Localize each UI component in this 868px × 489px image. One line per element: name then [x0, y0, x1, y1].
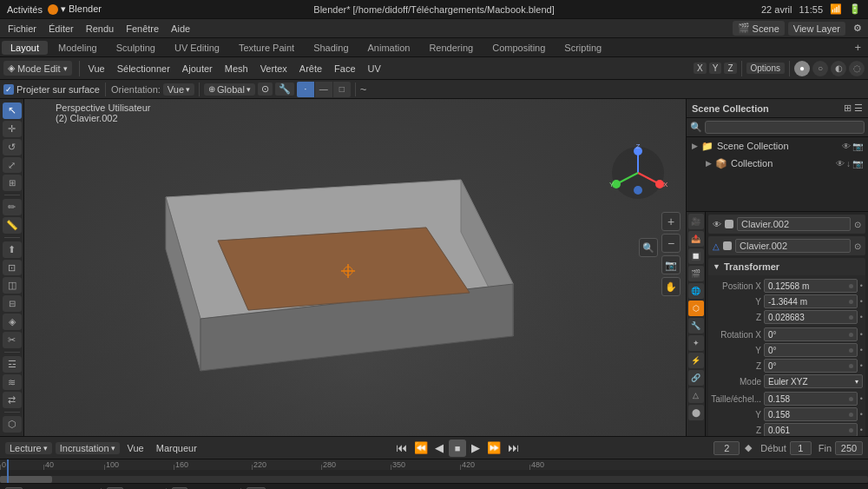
- orientation-dropdown[interactable]: Vue ▾: [163, 83, 194, 96]
- z-axis-toggle[interactable]: Z: [724, 63, 736, 74]
- outliner-item-scene-collection[interactable]: ▶ 📁 Scene Collection 👁 📷: [687, 137, 868, 155]
- object-active-icon[interactable]: [725, 220, 733, 228]
- x-ray-toggle[interactable]: X: [694, 63, 707, 74]
- playback-prev-frame[interactable]: ⏪: [412, 441, 430, 454]
- mode-dropdown[interactable]: ◈ Mode Edit ▾: [3, 61, 72, 76]
- add-workspace-btn[interactable]: +: [849, 39, 866, 56]
- props-tab-constraints[interactable]: 🔗: [688, 370, 704, 386]
- tab-modeling[interactable]: Modeling: [49, 41, 106, 55]
- nav-mesh[interactable]: Mesh: [220, 62, 253, 76]
- tab-shading[interactable]: Shading: [305, 41, 357, 55]
- position-z-field[interactable]: 0.028683: [764, 310, 858, 324]
- tool-cursor[interactable]: ↖: [3, 102, 22, 119]
- pos-x-lock-icon[interactable]: •: [860, 281, 863, 290]
- tool-scale[interactable]: ⤢: [3, 157, 22, 174]
- scene-collection-visibility[interactable]: 👁: [842, 142, 851, 151]
- tool-knife[interactable]: ✂: [3, 332, 22, 348]
- object-data-name[interactable]: Clavier.002: [735, 239, 851, 253]
- nav-selectionner[interactable]: Sélectionner: [112, 62, 175, 76]
- tool-inset[interactable]: ⊡: [3, 260, 22, 276]
- props-tab-object[interactable]: ⬡: [688, 301, 704, 316]
- tab-uv-editing[interactable]: UV Editing: [166, 41, 228, 55]
- scale-y-field[interactable]: 0.158: [764, 407, 858, 421]
- face-mode-btn[interactable]: □: [333, 82, 351, 97]
- tool-grab[interactable]: ☲: [3, 356, 22, 373]
- playback-next[interactable]: ⏩: [485, 441, 503, 454]
- tool-bevel[interactable]: ◫: [3, 277, 22, 294]
- menu-fenetre[interactable]: Fenêtre: [120, 22, 165, 36]
- rotation-x-field[interactable]: 0°: [764, 327, 858, 341]
- snapping-toggle[interactable]: 🔧: [275, 83, 294, 96]
- menu-aide[interactable]: Aide: [165, 22, 196, 36]
- tab-rendering[interactable]: Rendering: [420, 41, 482, 55]
- checkbox-project-surface[interactable]: ✓ Projeter sur surface: [3, 84, 100, 95]
- tool-measure[interactable]: 📏: [3, 217, 22, 234]
- scene-collection-render[interactable]: 📷: [852, 142, 863, 151]
- object-select-icon[interactable]: ⊙: [854, 220, 861, 229]
- playback-stop[interactable]: ■: [449, 439, 466, 457]
- outliner-display-icon[interactable]: ☰: [854, 102, 863, 114]
- props-tab-view-layer[interactable]: 🔲: [688, 248, 704, 264]
- props-tab-output[interactable]: 📤: [688, 231, 704, 247]
- playback-jump-start[interactable]: ⏮: [394, 441, 409, 454]
- tab-texture-paint[interactable]: Texture Paint: [230, 41, 303, 55]
- playback-prev[interactable]: ◀: [433, 441, 445, 454]
- outliner-item-collection[interactable]: ▶ 📦 Collection 👁 ↓ 📷: [687, 155, 868, 172]
- rot-y-lock-icon[interactable]: •: [860, 346, 863, 354]
- global-pivot-dropdown[interactable]: ⊕ Global ▾: [204, 83, 255, 96]
- gizmo-widget[interactable]: Z X Y: [608, 142, 668, 205]
- viewport-shading-rendered[interactable]: ○: [812, 61, 828, 76]
- menu-fichier[interactable]: Fichier: [2, 22, 43, 36]
- rotation-mode-dropdown[interactable]: Euler XYZ ▾: [764, 374, 863, 388]
- nav-face[interactable]: Face: [329, 62, 360, 76]
- pos-y-lock-icon[interactable]: •: [860, 297, 863, 306]
- props-tab-world[interactable]: 🌐: [688, 283, 704, 299]
- outliner-search-input[interactable]: [705, 121, 865, 134]
- outliner-filter-icon[interactable]: ⊞: [844, 102, 852, 114]
- lecture-dropdown[interactable]: Lecture ▾: [5, 442, 52, 454]
- nav-camera-icon[interactable]: 📷: [661, 255, 681, 274]
- collection-render-icon[interactable]: 📷: [852, 159, 863, 169]
- nav-arete[interactable]: Arête: [294, 62, 327, 76]
- props-tab-physics[interactable]: ⚡: [688, 353, 704, 368]
- timeline-scrollbar[interactable]: [0, 476, 868, 483]
- nav-pan-icon[interactable]: ✋: [661, 277, 681, 296]
- edge-mode-btn[interactable]: —: [315, 82, 332, 97]
- scene-selector[interactable]: 🎬 Scene: [733, 21, 785, 36]
- collection-sel-icon[interactable]: ↓: [846, 159, 851, 169]
- tool-shapekeys[interactable]: ⬡: [3, 416, 22, 433]
- tab-sculpting[interactable]: Sculpting: [108, 41, 164, 55]
- tab-compositing[interactable]: Compositing: [483, 41, 554, 55]
- tool-offset[interactable]: ◈: [3, 314, 22, 330]
- object-data-checkbox[interactable]: [723, 241, 732, 250]
- tool-extrude[interactable]: ⬆: [3, 241, 22, 258]
- props-tab-scene[interactable]: 🎬: [688, 266, 704, 281]
- viewport-3d[interactable]: Perspective Utilisateur (2) Clavier.002 …: [24, 99, 686, 436]
- position-y-field[interactable]: -1.3644 m: [764, 294, 858, 308]
- object-visibility-eye[interactable]: 👁: [713, 220, 721, 229]
- fin-field[interactable]: 250: [835, 441, 863, 455]
- incrustation-dropdown[interactable]: Incrustation ▾: [56, 442, 120, 454]
- props-tab-particle[interactable]: ✦: [688, 335, 704, 351]
- props-tab-material[interactable]: ⬤: [688, 405, 704, 420]
- tab-animation[interactable]: Animation: [359, 41, 419, 55]
- tab-scripting[interactable]: Scripting: [556, 41, 610, 55]
- scale-x-field[interactable]: 0.158: [764, 392, 858, 406]
- viewport-shading-wire[interactable]: ◌: [849, 61, 865, 76]
- props-tab-modifier[interactable]: 🔧: [688, 318, 704, 334]
- props-tab-render[interactable]: 🎥: [688, 214, 704, 229]
- rotation-y-field[interactable]: 0°: [764, 343, 858, 357]
- tool-smooth[interactable]: ≋: [3, 374, 22, 391]
- menu-rendu[interactable]: Rendu: [80, 22, 120, 36]
- tool-transform[interactable]: ⊞: [3, 175, 22, 191]
- nav-zoom-out[interactable]: −: [661, 234, 681, 253]
- timeline-marqueur-btn[interactable]: Marqueur: [152, 442, 201, 454]
- transformer-header[interactable]: ▼ Transformer: [708, 258, 865, 275]
- scale-x-lock-icon[interactable]: •: [860, 394, 863, 403]
- position-x-field[interactable]: 0.12568 m: [764, 279, 858, 293]
- rot-x-lock-icon[interactable]: •: [860, 330, 863, 339]
- debut-field[interactable]: 1: [790, 441, 812, 455]
- object-data-select-icon[interactable]: ⊙: [854, 241, 861, 251]
- proportional-edit-btn[interactable]: ⊙: [258, 83, 273, 96]
- collection-eye-icon[interactable]: 👁: [836, 159, 845, 169]
